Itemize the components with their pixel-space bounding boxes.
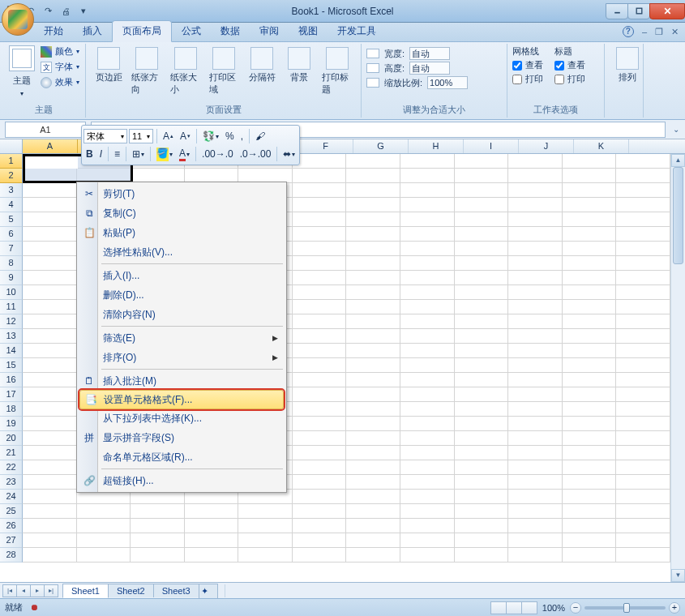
row-header-2[interactable]: 2 (0, 169, 23, 183)
row-header-17[interactable]: 17 (0, 387, 23, 402)
row-header-16[interactable]: 16 (0, 373, 23, 387)
row-header-14[interactable]: 14 (0, 344, 23, 358)
row-header-15[interactable]: 15 (0, 358, 23, 373)
scroll-down-icon[interactable]: ▼ (671, 569, 685, 582)
tab-page-layout[interactable]: 页面布局 (112, 20, 172, 42)
cm-insert-comment[interactable]: 🗒插入批注(M) (79, 371, 285, 391)
tab-data[interactable]: 数据 (211, 21, 250, 41)
redo-icon[interactable]: ↷ (41, 4, 55, 19)
doc-restore-icon[interactable]: ❐ (655, 27, 663, 37)
row-header-24[interactable]: 24 (0, 490, 23, 504)
cm-pick-from-list[interactable]: 从下拉列表中选择(K)... (79, 409, 285, 428)
mini-fontsize-selector[interactable]: 11▾ (129, 129, 153, 143)
percent-icon[interactable]: % (223, 128, 237, 144)
office-button[interactable] (2, 3, 34, 36)
print-titles-button[interactable]: 打印标题 (319, 45, 356, 97)
fill-color-icon[interactable]: 🪣▾ (154, 146, 175, 162)
cm-insert[interactable]: 插入(I)... (79, 266, 285, 285)
col-header-A[interactable]: A (23, 139, 78, 153)
row-header-5[interactable]: 5 (0, 212, 23, 227)
gridlines-view-checkbox[interactable]: 查看 (512, 59, 543, 71)
col-header-G[interactable]: G (353, 139, 409, 153)
macro-record-icon[interactable]: ⏺ (30, 602, 39, 612)
row-header-10[interactable]: 10 (0, 285, 23, 300)
tab-formulas[interactable]: 公式 (172, 21, 211, 41)
sheet-tab-2[interactable]: Sheet2 (108, 584, 154, 597)
tab-insert[interactable]: 插入 (73, 21, 112, 41)
row-header-20[interactable]: 20 (0, 431, 23, 446)
scale-height-input[interactable]: 自动 (409, 62, 450, 75)
bold-icon[interactable]: B (83, 146, 96, 162)
view-normal-icon[interactable] (490, 601, 507, 614)
row-header-26[interactable]: 26 (0, 519, 23, 533)
cm-hyperlink[interactable]: 🔗超链接(H)... (79, 471, 285, 490)
increase-decimal-icon[interactable]: .0→.00 (238, 146, 274, 162)
new-sheet-button[interactable]: ✦ (199, 584, 218, 598)
cm-copy[interactable]: ⧉复制(C) (79, 203, 285, 223)
accounting-format-icon[interactable]: 💱▾ (200, 128, 221, 144)
row-header-3[interactable]: 3 (0, 183, 23, 198)
cm-delete[interactable]: 删除(D)... (79, 285, 285, 305)
shrink-font-icon[interactable]: A▾ (178, 128, 193, 144)
vscroll-thumb[interactable] (673, 167, 683, 264)
close-button[interactable] (649, 3, 685, 19)
tab-review[interactable]: 审阅 (250, 21, 289, 41)
headings-view-checkbox[interactable]: 查看 (554, 59, 585, 71)
grow-font-icon[interactable]: A▴ (161, 128, 176, 144)
minimize-ribbon-icon[interactable]: – (642, 27, 647, 36)
tab-developer[interactable]: 开发工具 (328, 21, 386, 41)
doc-close-icon[interactable]: ✕ (671, 27, 679, 37)
arrange-button[interactable]: 排列 (610, 45, 645, 85)
row-header-9[interactable]: 9 (0, 271, 23, 285)
cm-sort[interactable]: 排序(O)▶ (79, 348, 285, 367)
cm-paste-special[interactable]: 选择性粘贴(V)... (79, 242, 285, 262)
theme-effects-button[interactable]: 效果▾ (41, 76, 79, 88)
cm-paste[interactable]: 📋粘贴(P) (79, 223, 285, 242)
sheet-nav-last-icon[interactable]: ▸| (44, 584, 58, 597)
minimize-button[interactable] (606, 3, 628, 19)
cm-clear-contents[interactable]: 清除内容(N) (79, 305, 285, 324)
row-header-18[interactable]: 18 (0, 402, 23, 417)
mini-font-selector[interactable]: 宋体▾ (83, 129, 127, 143)
row-header-27[interactable]: 27 (0, 533, 23, 548)
cm-cut[interactable]: ✂剪切(T) (79, 184, 285, 203)
font-color-icon[interactable]: A▾ (177, 146, 192, 162)
sheet-nav-prev-icon[interactable]: ◂ (16, 584, 31, 597)
quickprint-icon[interactable]: 🖨 (58, 4, 73, 19)
sheet-nav-next-icon[interactable]: ▸ (30, 584, 45, 597)
view-pagelayout-icon[interactable] (506, 601, 522, 614)
col-header-H[interactable]: H (409, 139, 464, 153)
background-button[interactable]: 背景 (281, 45, 317, 97)
orientation-button[interactable]: 纸张方向 (128, 45, 165, 97)
maximize-button[interactable] (627, 3, 650, 19)
scale-width-input[interactable]: 自动 (409, 47, 450, 60)
name-box[interactable]: A1 (5, 122, 86, 138)
row-header-22[interactable]: 22 (0, 460, 23, 475)
qat-customize-icon[interactable]: ▾ (76, 4, 91, 19)
row-header-11[interactable]: 11 (0, 300, 23, 314)
row-header-21[interactable]: 21 (0, 446, 23, 460)
row-header-25[interactable]: 25 (0, 504, 23, 519)
select-all-corner[interactable] (0, 139, 23, 153)
col-header-F[interactable]: F (298, 139, 353, 153)
zoom-slider[interactable] (584, 606, 666, 610)
help-icon[interactable]: ? (623, 26, 634, 37)
theme-fonts-button[interactable]: 文字体▾ (41, 61, 79, 73)
cm-name-range[interactable]: 命名单元格区域(R)... (79, 447, 285, 467)
row-header-6[interactable]: 6 (0, 227, 23, 242)
sheet-nav-first-icon[interactable]: |◂ (2, 584, 17, 597)
comma-style-icon[interactable]: , (238, 128, 246, 144)
margins-button[interactable]: 页边距 (91, 45, 126, 97)
vertical-scrollbar[interactable]: ▲ ▼ (670, 154, 685, 582)
tab-view[interactable]: 视图 (289, 21, 328, 41)
cm-show-pinyin[interactable]: 拼显示拼音字段(S) (79, 428, 285, 447)
print-area-button[interactable]: 打印区域 (206, 45, 243, 97)
scale-scale-input[interactable]: 100% (427, 76, 468, 89)
expand-formula-bar-icon[interactable]: ⌄ (670, 125, 682, 134)
row-header-13[interactable]: 13 (0, 329, 23, 344)
zoom-out-icon[interactable]: − (570, 602, 581, 614)
row-header-12[interactable]: 12 (0, 314, 23, 329)
row-header-7[interactable]: 7 (0, 242, 23, 256)
merge-center-icon[interactable]: ⬌▾ (280, 146, 298, 162)
col-header-J[interactable]: J (519, 139, 574, 153)
